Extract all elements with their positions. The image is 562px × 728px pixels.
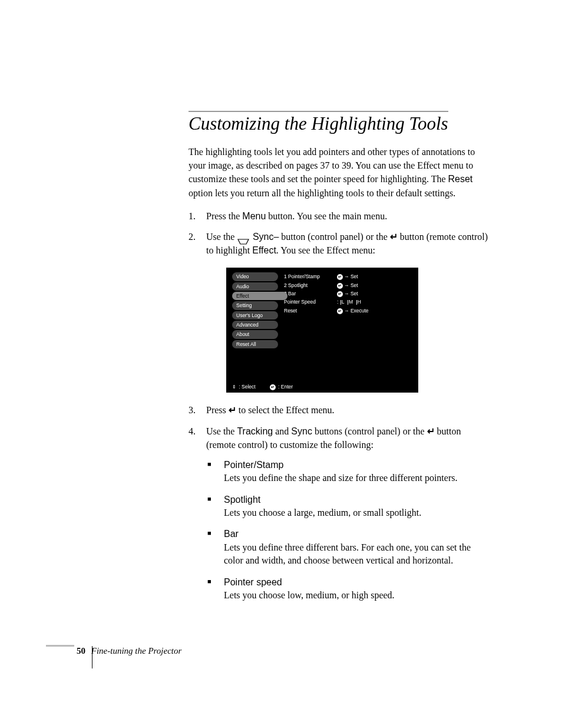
enter-small-icon: ↵ <box>337 308 343 314</box>
row-action: ↵→ Set <box>337 282 412 289</box>
row-label: 1 Pointer/Stamp <box>284 273 337 280</box>
sub-body: Lets you choose a large, medium, or smal… <box>224 508 421 518</box>
sync-label: Sync <box>291 426 312 436</box>
row-label: 3 Bar <box>284 290 337 297</box>
step-1: Press the Menu button. You see the main … <box>189 209 489 223</box>
menu-right-column: 1 Pointer/Stamp ↵→ Set 2 Spotlight ↵→ Se… <box>278 272 412 350</box>
sub-head: Pointer/Stamp <box>224 460 283 470</box>
sub-head: Spotlight <box>224 495 260 505</box>
page-footer: 50 Fine-tuning the Projector <box>77 646 181 656</box>
row-label: Reset <box>284 307 337 314</box>
step3-a: Press <box>206 405 229 415</box>
footer-select: ⇕ : Select <box>232 383 256 391</box>
step4-b: and <box>273 426 291 436</box>
enter-icon: ↵ <box>390 230 398 243</box>
enter-small-icon: ↵ <box>337 291 343 297</box>
step2-d: . You see the Effect menu: <box>276 245 375 255</box>
section-heading: Customizing the Highlighting Tools <box>189 111 448 134</box>
menu-item-setting: Setting <box>232 301 278 309</box>
step2-b: button (control panel) or the <box>279 232 389 242</box>
sub-body: Lets you define three different bars. Fo… <box>224 542 471 565</box>
menu-item-audio: Audio <box>232 282 278 291</box>
menu-button-label: Menu <box>242 211 266 221</box>
menu-item-advanced: Advanced <box>232 321 278 329</box>
enter-icon: ↵ <box>427 424 435 438</box>
sub-pointer-speed: Pointer speed Lets you choose low, mediu… <box>206 576 489 602</box>
sub-body: Lets you choose low, medium, or high spe… <box>224 590 395 600</box>
step2-a: Use the <box>206 232 237 242</box>
menu-item-reset-all: Reset All <box>232 340 278 348</box>
tracking-label: Tracking <box>237 426 273 436</box>
menu-row-spotlight: 2 Spotlight ↵→ Set <box>284 281 412 289</box>
menu-row-pointer-stamp: 1 Pointer/Stamp ↵→ Set <box>284 272 412 281</box>
row-action: : L M H <box>337 298 412 305</box>
enter-small-icon: ↵ <box>337 274 343 280</box>
sub-pointer-stamp: Pointer/Stamp Lets you define the shape … <box>206 459 489 485</box>
footer-rule <box>46 645 74 647</box>
step-2: Use the Sync– button (control panel) or … <box>189 230 489 393</box>
row-label: 2 Spotlight <box>284 282 337 289</box>
page-number: 50 <box>77 646 85 655</box>
enter-small-icon: ↵ <box>337 283 343 289</box>
sub-head: Pointer speed <box>224 577 282 587</box>
menu-footer: ⇕ : Select ↵ : Enter <box>232 383 293 391</box>
row-label: Pointer Speed <box>284 298 337 305</box>
page-content: Customizing the Highlighting Tools The h… <box>189 111 489 612</box>
sub-spotlight: Spotlight Lets you choose a large, mediu… <box>206 493 489 520</box>
effect-label: Effect <box>252 245 276 255</box>
sync-minus-label: Sync– <box>250 232 279 242</box>
menu-left-column: Video Audio Effect Setting User's Logo A… <box>232 272 278 350</box>
step-3: Press ↵ to select the Effect menu. <box>189 403 489 417</box>
menu-row-bar: 3 Bar ↵→ Set <box>284 289 412 298</box>
menu-row-reset: Reset ↵→ Execute <box>284 307 412 315</box>
reset-label: Reset <box>448 174 473 184</box>
intro-text-a: The highlighting tools let you add point… <box>189 147 475 184</box>
row-action: ↵→ Set <box>337 290 412 297</box>
step-4: Use the Tracking and Sync buttons (contr… <box>189 424 489 602</box>
sub-bar: Bar Lets you define three different bars… <box>206 528 489 567</box>
footer-enter: ↵ : Enter <box>270 383 293 391</box>
footer-section: Fine-tuning the Projector <box>91 646 182 655</box>
effect-menu-screenshot: Video Audio Effect Setting User's Logo A… <box>226 268 418 393</box>
steps-list: Press the Menu button. You see the main … <box>189 209 489 602</box>
menu-row-pointer-speed: Pointer Speed : L M H <box>284 298 412 306</box>
sub-body: Lets you define the shape and size for t… <box>224 473 457 483</box>
menu-item-about: About <box>232 330 278 338</box>
menu-item-video: Video <box>232 272 278 281</box>
intro-text-b: option lets you return all the highlight… <box>189 188 455 198</box>
enter-icon: ↵ <box>229 403 236 417</box>
row-action: ↵→ Set <box>337 273 412 280</box>
step1-b: button. You see the main menu. <box>266 211 387 221</box>
menu-item-users-logo: User's Logo <box>232 311 278 319</box>
step4-a: Use the <box>206 426 237 436</box>
step1-a: Press the <box>206 211 242 221</box>
keystone-icon <box>237 233 250 242</box>
intro-paragraph: The highlighting tools let you add point… <box>189 145 489 200</box>
updown-icon: ⇕ <box>232 384 236 391</box>
step3-b: to select the Effect menu. <box>236 405 335 415</box>
step4-c: buttons (control panel) or the <box>312 426 427 436</box>
sub-head: Bar <box>224 529 239 539</box>
sub-list: Pointer/Stamp Lets you define the shape … <box>206 459 489 602</box>
row-action: ↵→ Execute <box>337 307 412 314</box>
enter-small-icon: ↵ <box>270 384 276 390</box>
menu-item-effect: Effect <box>232 292 287 300</box>
